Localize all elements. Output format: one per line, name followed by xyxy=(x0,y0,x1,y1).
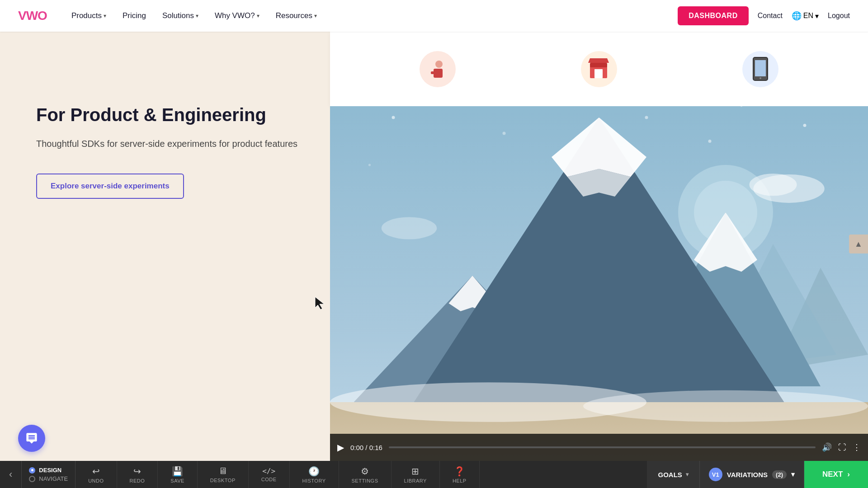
desktop-icon: 🖥 xyxy=(218,466,227,476)
svg-rect-2 xyxy=(431,71,435,74)
chevron-down-icon: ▾ xyxy=(257,13,259,19)
mode-toggle: DESIGN NAVIGATE xyxy=(22,461,75,488)
svg-point-18 xyxy=(368,164,371,166)
more-options-button[interactable]: ⋮ xyxy=(853,442,861,452)
contact-link[interactable]: Contact xyxy=(758,12,783,20)
logout-link[interactable]: Logout xyxy=(828,12,850,20)
save-tool[interactable]: 💾 SAVE xyxy=(158,461,198,488)
svg-point-19 xyxy=(708,140,712,143)
help-icon: ❓ xyxy=(454,466,465,477)
svg-rect-5 xyxy=(590,63,607,67)
chevron-down-icon: ▾ xyxy=(815,12,819,20)
toolbar-tools: ↩ UNDO ↪ REDO 💾 SAVE 🖥 DESKTOP </> CODE … xyxy=(75,461,647,488)
library-label: LIBRARY xyxy=(404,478,427,483)
nav-resources[interactable]: Resources ▾ xyxy=(269,8,323,24)
top-card xyxy=(330,32,868,106)
save-icon: 💾 xyxy=(172,466,183,477)
goals-button[interactable]: GOALS ▾ xyxy=(647,461,699,488)
right-panel: ▶ 0:00 / 0:16 🔊 ⛶ ⋮ xyxy=(330,32,868,461)
back-arrow-icon: ‹ xyxy=(9,469,12,480)
code-label: CODE xyxy=(261,477,277,482)
header-right: DASHBOARD Contact 🌐 EN ▾ Logout xyxy=(678,6,850,25)
fullscreen-button[interactable]: ⛶ xyxy=(838,443,846,452)
toolbar-right: GOALS ▾ V1 VARIATIONS (2) ▾ NEXT › xyxy=(647,461,868,488)
next-arrow-icon: › xyxy=(847,470,850,479)
explore-button[interactable]: Explore server-side experiments xyxy=(36,174,184,199)
shop-icon xyxy=(581,51,617,87)
desktop-tool[interactable]: 🖥 DESKTOP xyxy=(198,461,249,488)
library-icon: ⊞ xyxy=(411,466,419,477)
video-player[interactable]: ▶ 0:00 / 0:16 🔊 ⛶ ⋮ xyxy=(330,106,868,461)
chat-bubble-button[interactable] xyxy=(18,425,45,452)
volume-button[interactable]: 🔊 xyxy=(822,442,832,452)
section-title: For Product & Engineering xyxy=(36,104,303,126)
svg-rect-8 xyxy=(755,60,766,76)
variations-count: (2) xyxy=(772,470,787,479)
main-content: For Product & Engineering Thoughtful SDK… xyxy=(0,32,868,461)
svg-marker-6 xyxy=(588,58,609,63)
variations-button[interactable]: V1 VARIATIONS (2) ▾ xyxy=(700,461,804,488)
help-label: HELP xyxy=(453,478,467,483)
svg-rect-4 xyxy=(594,69,603,78)
save-label: SAVE xyxy=(170,478,184,483)
svg-point-34 xyxy=(583,390,868,422)
redo-icon: ↪ xyxy=(133,466,141,477)
v1-badge: V1 xyxy=(709,468,722,481)
redo-tool[interactable]: ↪ REDO xyxy=(117,461,158,488)
undo-label: UNDO xyxy=(88,478,104,483)
video-controls: ▶ 0:00 / 0:16 🔊 ⛶ ⋮ xyxy=(330,434,868,461)
history-label: HISTORY xyxy=(302,478,326,483)
svg-point-11 xyxy=(392,116,395,119)
svg-point-15 xyxy=(645,116,648,119)
nav-solutions[interactable]: Solutions ▾ xyxy=(156,8,205,24)
design-mode-option[interactable]: DESIGN xyxy=(29,467,68,474)
dashboard-button[interactable]: DASHBOARD xyxy=(678,6,749,25)
scroll-up-button[interactable]: ▲ xyxy=(849,235,868,253)
globe-icon: 🌐 xyxy=(792,11,802,21)
main-nav: Products ▾ Pricing Solutions ▾ Why VWO? … xyxy=(65,8,678,24)
logo[interactable]: VWO xyxy=(18,9,47,23)
play-button[interactable]: ▶ xyxy=(337,442,344,453)
code-icon: </> xyxy=(262,467,275,475)
chevron-down-icon: ▾ xyxy=(104,13,106,19)
svg-point-36 xyxy=(750,174,797,196)
time-display: 0:00 / 0:16 xyxy=(350,444,382,451)
navigate-radio xyxy=(29,476,35,482)
library-tool[interactable]: ⊞ LIBRARY xyxy=(392,461,440,488)
nav-products[interactable]: Products ▾ xyxy=(65,8,113,24)
svg-point-13 xyxy=(503,132,506,135)
nav-why-vwo[interactable]: Why VWO? ▾ xyxy=(208,8,266,24)
variations-chevron-icon: ▾ xyxy=(791,470,795,479)
progress-bar[interactable] xyxy=(389,446,816,448)
back-button[interactable]: ‹ xyxy=(0,461,22,488)
shop-icon-item xyxy=(581,51,617,87)
chevron-down-icon: ▾ xyxy=(196,13,198,19)
settings-tool[interactable]: ⚙ SETTINGS xyxy=(339,461,392,488)
svg-point-0 xyxy=(435,61,443,68)
history-icon: 🕐 xyxy=(308,466,320,477)
goals-chevron-icon: ▾ xyxy=(686,471,689,478)
desktop-label: DESKTOP xyxy=(210,478,236,483)
settings-icon: ⚙ xyxy=(361,466,369,477)
bottom-toolbar: ‹ DESIGN NAVIGATE ↩ UNDO ↪ REDO 💾 SAVE 🖥… xyxy=(0,461,868,488)
person-icon-item xyxy=(420,51,456,87)
history-tool[interactable]: 🕐 HISTORY xyxy=(290,461,339,488)
svg-point-17 xyxy=(803,124,807,127)
svg-point-37 xyxy=(382,217,437,239)
language-selector[interactable]: 🌐 EN ▾ xyxy=(792,11,819,21)
code-tool[interactable]: </> CODE xyxy=(249,461,290,488)
undo-icon: ↩ xyxy=(92,466,100,477)
chat-icon xyxy=(25,432,38,445)
settings-label: SETTINGS xyxy=(352,478,378,483)
nav-pricing[interactable]: Pricing xyxy=(116,8,152,24)
redo-label: REDO xyxy=(130,478,145,483)
next-button[interactable]: NEXT › xyxy=(804,461,868,488)
navigate-mode-option[interactable]: NAVIGATE xyxy=(29,475,68,482)
undo-tool[interactable]: ↩ UNDO xyxy=(75,461,117,488)
help-tool[interactable]: ❓ HELP xyxy=(440,461,480,488)
chevron-down-icon: ▾ xyxy=(314,13,317,19)
person-icon xyxy=(420,51,456,87)
logo-text: VWO xyxy=(18,9,47,23)
chevron-up-icon: ▲ xyxy=(854,239,863,249)
section-description: Thoughtful SDKs for server-side experime… xyxy=(36,136,303,151)
